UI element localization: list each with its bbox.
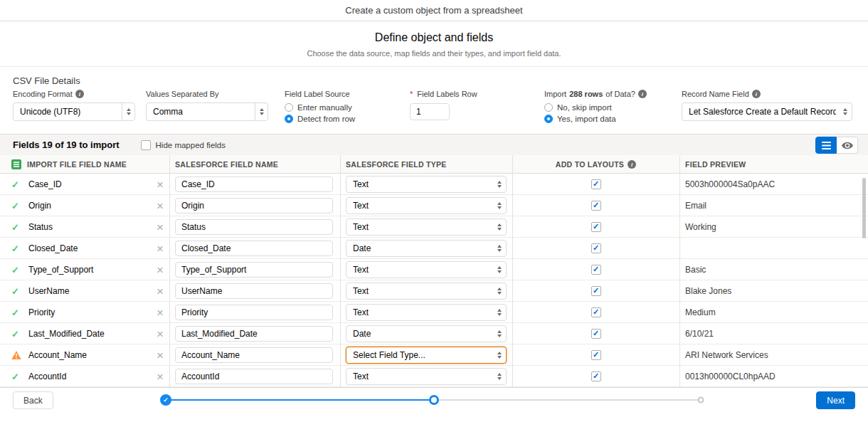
field-preview-value: Medium [685,307,716,317]
field-mapped-check-icon: ✓ [11,265,19,274]
remove-mapping-button[interactable]: × [157,199,164,211]
remove-mapping-button[interactable]: × [157,178,164,190]
import-field-name: Type_of_Support [28,265,93,275]
next-button[interactable]: Next [816,391,855,409]
encoding-format-select[interactable]: Unicode (UTF8) [13,102,135,121]
back-button[interactable]: Back [13,391,53,409]
fields-toolbar: Fields 19 of 19 to import ✓ Hide mapped … [0,134,868,155]
field-type-select[interactable]: Date [346,240,507,257]
values-separated-by-select[interactable]: Comma [146,102,268,121]
radio-icon [285,115,293,123]
import-field-name: Account_Name [28,350,87,360]
field-preview-value: Blake Jones [685,286,731,296]
field-type-select[interactable]: Date [346,325,507,342]
radio-detect-from-row[interactable]: Detect from row [285,115,355,123]
salesforce-field-name-input[interactable] [175,326,333,342]
field-mapping-table: IMPORT FILE FIELD NAME SALESFORCE FIELD … [0,155,868,387]
add-to-layouts-checkbox[interactable]: ✓ [591,329,601,339]
salesforce-field-name-input[interactable] [175,283,333,299]
salesforce-field-name-input[interactable] [175,305,333,320]
eye-icon [842,142,853,149]
field-labels-row-input[interactable] [410,103,450,120]
field-label-source-label: Field Label Source [285,90,355,98]
add-to-layouts-checkbox[interactable]: ✓ [591,179,601,189]
column-divider [679,155,680,387]
remove-mapping-button[interactable]: × [157,349,164,361]
import-field-name: Origin [28,201,51,211]
add-to-layouts-checkbox[interactable]: ✓ [591,201,601,211]
remove-mapping-button[interactable]: × [157,327,164,339]
hide-mapped-checkbox[interactable]: ✓ [141,140,151,150]
remove-mapping-button[interactable]: × [157,242,164,254]
select-arrows-icon [122,103,134,120]
step-current-dot [429,395,439,405]
field-type-select[interactable]: Text [346,368,507,385]
add-to-layouts-checkbox[interactable]: ✓ [591,222,601,232]
field-mapped-check-icon: ✓ [11,179,19,189]
add-to-layouts-checkbox[interactable]: ✓ [591,286,601,296]
add-to-layouts-checkbox[interactable]: ✓ [591,307,601,317]
radio-icon [544,115,553,123]
salesforce-field-name-input[interactable] [175,369,333,384]
add-to-layouts-checkbox[interactable]: ✓ [591,350,601,360]
field-mapped-check-icon: ✓ [11,222,19,231]
table-row: ✓ Type_of_Support × Text ✓ Basic [0,259,868,280]
add-to-layouts-checkbox[interactable]: ✓ [591,265,601,275]
table-row: ✓ AccountId × Text ✓ 0013h00000CL0hpAAD [0,366,868,387]
view-toggle-group [815,137,858,154]
radio-import-data[interactable]: Yes, import data [544,115,647,123]
col-salesforce-field-name: SALESFORCE FIELD NAME [175,160,278,169]
salesforce-field-name-input[interactable] [175,198,333,214]
table-row: ✓ Origin × Text ✓ Email [0,195,868,216]
encoding-format-field: Encoding Format i Unicode (UTF8) [13,90,135,121]
remove-mapping-button[interactable]: × [157,221,164,233]
field-preview-value: Basic [685,265,706,275]
field-type-select[interactable]: Text [346,283,507,300]
step-complete-dot: ✓ [160,394,171,406]
remove-mapping-button[interactable]: × [157,285,164,297]
encoding-format-label: Encoding Format i [13,90,135,98]
radio-skip-import[interactable]: No, skip import [544,103,647,112]
radio-enter-manually[interactable]: Enter manually [285,103,355,112]
column-divider [340,155,341,387]
salesforce-field-name-input[interactable] [175,241,333,256]
col-salesforce-field-type: SALESFORCE FIELD TYPE [346,160,447,169]
progress-line-complete [166,399,434,401]
select-arrows-icon [493,176,506,192]
wizard-footer: Back ✓ Next [0,387,868,411]
values-separated-by-field: Values Separated By Comma [146,90,268,121]
record-name-info-icon[interactable]: i [752,90,761,98]
values-separated-by-label: Values Separated By [146,90,268,98]
table-scrollbar[interactable] [862,178,866,238]
import-field-name: Priority [28,307,55,317]
table-view-button[interactable] [815,137,837,154]
field-type-select[interactable]: Text [346,261,507,278]
hide-mapped-fields-toggle[interactable]: ✓ Hide mapped fields [141,140,226,150]
salesforce-field-name-input[interactable] [175,347,333,363]
add-to-layouts-info-icon[interactable]: i [628,160,636,169]
field-type-select[interactable]: Text [346,197,507,214]
salesforce-field-name-input[interactable] [175,262,333,278]
import-rows-info-icon[interactable]: i [638,90,647,98]
spreadsheet-icon [11,159,21,172]
field-type-select[interactable]: Text [346,218,507,236]
table-body: ✓ Case_ID × Text ✓ 5003h000004Sa0pAAC ✓ … [0,174,868,387]
field-type-select[interactable]: Select Field Type... [346,347,507,364]
add-to-layouts-checkbox[interactable]: ✓ [591,371,601,381]
table-row: ✓ Status × Text ✓ Working [0,216,868,238]
remove-mapping-button[interactable]: × [157,306,164,318]
field-type-select[interactable]: Text [346,304,507,321]
salesforce-field-name-input[interactable] [175,176,333,192]
remove-mapping-button[interactable]: × [157,263,164,275]
select-arrows-icon [493,219,506,235]
salesforce-field-name-input[interactable] [175,219,333,235]
preview-view-button[interactable] [837,137,858,154]
col-import-file-field-name: IMPORT FILE FIELD NAME [27,160,127,169]
select-arrows-icon [493,326,506,342]
encoding-format-info-icon[interactable]: i [75,90,84,98]
table-row: ✓ UserName × Text ✓ Blake Jones [0,280,868,302]
add-to-layouts-checkbox[interactable]: ✓ [591,243,601,253]
field-type-select[interactable]: Text [346,176,507,193]
record-name-select[interactable]: Let Salesforce Create a Default Record N… [682,102,852,121]
remove-mapping-button[interactable]: × [157,370,164,382]
